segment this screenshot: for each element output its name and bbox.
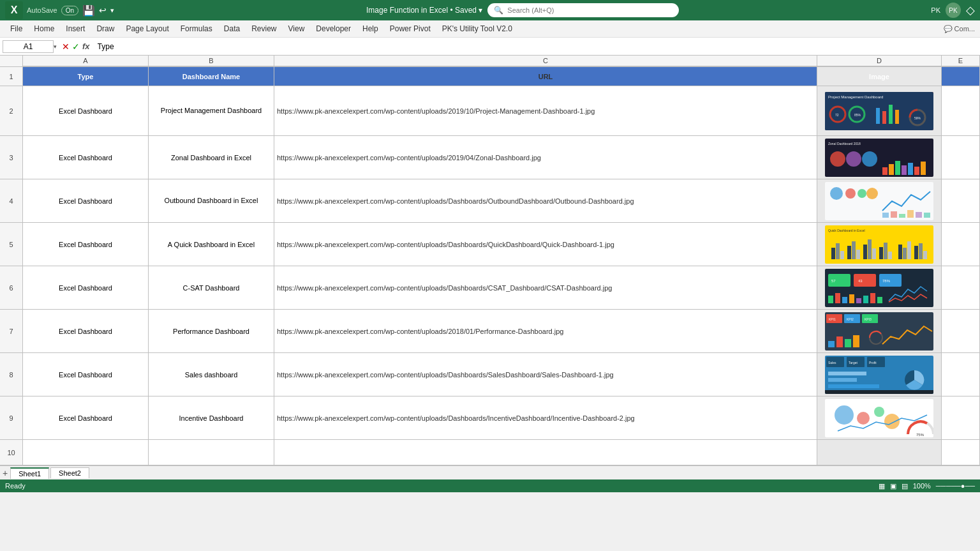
- menu-formulas[interactable]: Formulas: [175, 22, 218, 36]
- cell-type-9[interactable]: Excel Dashboard: [23, 396, 149, 439]
- cell-url-7[interactable]: https://www.pk-anexcelexpert.com/wp-cont…: [274, 310, 817, 352]
- menu-home[interactable]: Home: [29, 22, 59, 36]
- cell-type-7[interactable]: Excel Dashboard: [23, 310, 149, 352]
- row-num-1[interactable]: 1: [0, 67, 23, 86]
- save-icon[interactable]: 💾: [82, 4, 95, 17]
- cell-type-3[interactable]: Excel Dashboard: [23, 136, 149, 179]
- cell-e-5[interactable]: [942, 223, 980, 266]
- row-num-2[interactable]: 2: [0, 86, 23, 136]
- menu-draw[interactable]: Draw: [91, 22, 119, 36]
- cell-name-3[interactable]: Zonal Dashboard in Excel: [149, 136, 274, 179]
- cell-e-2[interactable]: [942, 86, 980, 135]
- header-type[interactable]: Type: [23, 67, 149, 86]
- menu-page-layout[interactable]: Page Layout: [121, 22, 174, 36]
- cell-name-6[interactable]: C-SAT Dashboard: [149, 266, 274, 309]
- search-input[interactable]: [507, 6, 672, 14]
- cell-url-2[interactable]: https://www.pk-anexcelexpert.com/wp-cont…: [274, 86, 817, 135]
- row-num-10[interactable]: 10: [0, 440, 23, 465]
- cell-url-4[interactable]: https://www.pk-anexcelexpert.com/wp-cont…: [274, 179, 817, 222]
- cell-url-9[interactable]: https://www.pk-anexcelexpert.com/wp-cont…: [274, 396, 817, 439]
- menu-help[interactable]: Help: [357, 22, 383, 36]
- formula-cancel-icon[interactable]: ✕: [62, 42, 70, 52]
- cell-e-7[interactable]: [942, 310, 980, 352]
- cell-e-6[interactable]: [942, 266, 980, 309]
- cell-name-9[interactable]: Incentive Dashboard: [149, 396, 274, 439]
- menu-data[interactable]: Data: [219, 22, 245, 36]
- view-normal-icon[interactable]: ▦: [879, 482, 885, 490]
- cell-b-10[interactable]: [149, 440, 274, 465]
- cell-name-2[interactable]: Project Management Dashboard: [149, 86, 274, 135]
- col-header-d[interactable]: D: [817, 56, 942, 66]
- cell-c-10[interactable]: [274, 440, 817, 465]
- menu-utility-tool[interactable]: PK's Utility Tool V2.0: [437, 22, 517, 36]
- more-icon[interactable]: ▾: [110, 6, 114, 15]
- cell-type-8[interactable]: Excel Dashboard: [23, 353, 149, 396]
- menu-power-pivot[interactable]: Power Pivot: [385, 22, 436, 36]
- cell-url-8[interactable]: https://www.pk-anexcelexpert.com/wp-cont…: [274, 353, 817, 396]
- menu-file[interactable]: File: [5, 22, 27, 36]
- undo-icon[interactable]: ↩: [99, 5, 107, 15]
- cell-url-3[interactable]: https://www.pk-anexcelexpert.com/wp-cont…: [274, 136, 817, 179]
- cell-ref-wrapper[interactable]: ▾: [3, 40, 57, 53]
- menu-view[interactable]: View: [283, 22, 310, 36]
- cell-name-7[interactable]: Performance Dashboard: [149, 310, 274, 352]
- cell-e-9[interactable]: [942, 396, 980, 439]
- row-num-9[interactable]: 9: [0, 396, 23, 440]
- cell-image-8[interactable]: Sales Target Profit: [817, 353, 942, 396]
- cell-type-5[interactable]: Excel Dashboard: [23, 223, 149, 266]
- formula-fx-icon[interactable]: fx: [82, 42, 90, 52]
- cell-ref-dropdown-icon[interactable]: ▾: [54, 43, 57, 50]
- menu-developer[interactable]: Developer: [311, 22, 356, 36]
- cell-type-4[interactable]: Excel Dashboard: [23, 179, 149, 222]
- zoom-slider[interactable]: ─────●──: [936, 482, 975, 490]
- cell-name-4[interactable]: Outbound Dashboard in Excel: [149, 179, 274, 222]
- formula-confirm-icon[interactable]: ✓: [72, 42, 80, 52]
- cell-image-2[interactable]: Project Management Dashboard 72 85%: [817, 86, 942, 135]
- cell-url-6[interactable]: https://www.pk-anexcelexpert.com/wp-cont…: [274, 266, 817, 309]
- cell-name-8[interactable]: Sales dashboard: [149, 353, 274, 396]
- row-num-6[interactable]: 6: [0, 266, 23, 310]
- cell-type-6[interactable]: Excel Dashboard: [23, 266, 149, 309]
- header-image[interactable]: Image: [817, 67, 942, 86]
- autosave-toggle[interactable]: On: [61, 6, 78, 15]
- cell-image-4[interactable]: [817, 179, 942, 222]
- cell-e-8[interactable]: [942, 353, 980, 396]
- header-e[interactable]: [942, 67, 980, 86]
- cell-image-7[interactable]: KPI1 KPI2 KPI3: [817, 310, 942, 352]
- cell-reference-input[interactable]: [3, 40, 54, 53]
- cell-a-10[interactable]: [23, 440, 149, 465]
- view-preview-icon[interactable]: ▤: [902, 482, 908, 490]
- cell-image-3[interactable]: Zonal Dashboard 2018: [817, 136, 942, 179]
- header-url[interactable]: URL: [274, 67, 817, 86]
- row-num-3[interactable]: 3: [0, 136, 23, 179]
- row-num-5[interactable]: 5: [0, 223, 23, 266]
- cell-e-10[interactable]: [942, 440, 980, 465]
- search-box[interactable]: 🔍: [487, 3, 679, 17]
- cell-url-5[interactable]: https://www.pk-anexcelexpert.com/wp-cont…: [274, 223, 817, 266]
- col-header-e[interactable]: E: [942, 56, 980, 66]
- user-avatar[interactable]: PK: [946, 3, 961, 18]
- comments-icon[interactable]: 💬 Com...: [944, 25, 975, 33]
- add-sheet-icon[interactable]: +: [3, 468, 8, 478]
- row-num-4[interactable]: 4: [0, 179, 23, 223]
- cell-type-2[interactable]: Excel Dashboard: [23, 86, 149, 135]
- formula-input[interactable]: [95, 41, 977, 52]
- cell-d-10[interactable]: [817, 440, 942, 465]
- cell-image-5[interactable]: Quick Dashboard in Excel: [817, 223, 942, 266]
- cell-name-5[interactable]: A Quick Dashboard in Excel: [149, 223, 274, 266]
- cell-e-4[interactable]: [942, 179, 980, 222]
- col-header-b[interactable]: B: [149, 56, 274, 66]
- sheet-tab-2[interactable]: Sheet2: [50, 467, 89, 478]
- menu-review[interactable]: Review: [246, 22, 281, 36]
- col-header-a[interactable]: A: [23, 56, 149, 66]
- cell-e-3[interactable]: [942, 136, 980, 179]
- row-num-7[interactable]: 7: [0, 310, 23, 353]
- view-page-icon[interactable]: ▣: [890, 482, 896, 490]
- cell-image-6[interactable]: 57 43 78%: [817, 266, 942, 309]
- col-header-c[interactable]: C: [274, 56, 817, 66]
- sheet-tab-1[interactable]: Sheet1: [10, 467, 49, 479]
- row-num-8[interactable]: 8: [0, 353, 23, 396]
- header-dashboard-name[interactable]: Dashboard Name: [149, 67, 274, 86]
- menu-insert[interactable]: Insert: [61, 22, 90, 36]
- cell-image-9[interactable]: 75%: [817, 396, 942, 439]
